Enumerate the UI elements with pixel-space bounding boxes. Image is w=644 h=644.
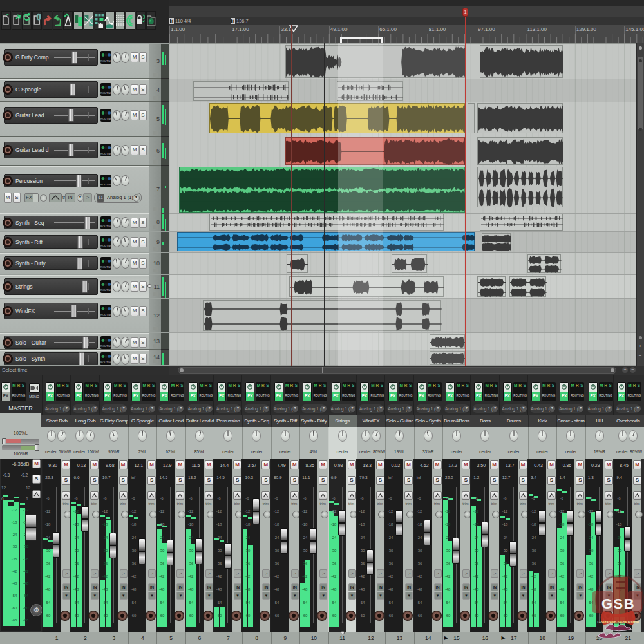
svg-text:-60: -60 [187, 614, 193, 618]
svg-text:-12: -12 [216, 509, 222, 513]
svg-text:-24: -24 [388, 536, 393, 540]
svg-text:-42: -42 [187, 574, 193, 578]
svg-text:-12: -12 [302, 509, 308, 513]
svg-text:-6: -6 [246, 497, 250, 500]
svg-text:-42: -42 [12, 569, 17, 573]
svg-text:-30: -30 [416, 549, 422, 553]
svg-text:-6: -6 [46, 497, 50, 500]
svg-text:-24: -24 [473, 536, 479, 540]
svg-text:-6: -6 [617, 497, 621, 500]
svg-text:-42: -42 [73, 574, 79, 578]
svg-text:-18: -18 [245, 522, 251, 526]
svg-text:-36: -36 [473, 562, 479, 565]
svg-text:-12: -12 [102, 509, 108, 513]
svg-text:-18: -18 [302, 522, 308, 526]
svg-text:-6: -6 [503, 497, 507, 500]
svg-text:-54: -54 [23, 594, 29, 598]
svg-text:-24: -24 [502, 536, 507, 540]
svg-text:-12: -12 [616, 509, 622, 513]
svg-text:-60: -60 [388, 614, 393, 618]
svg-text:-6: -6 [75, 497, 79, 500]
svg-text:-18: -18 [273, 522, 279, 526]
svg-text:-42: -42 [131, 574, 137, 578]
svg-text:i: i [38, 14, 39, 20]
svg-text:-36: -36 [131, 562, 137, 565]
svg-text:-6: -6 [189, 497, 193, 500]
svg-text:-18: -18 [159, 522, 165, 526]
svg-text:-6: -6 [303, 497, 307, 500]
svg-text:-12: -12 [445, 509, 451, 513]
svg-text:-24: -24 [45, 536, 51, 540]
svg-text:-48: -48 [102, 587, 108, 591]
svg-text:-24: -24 [12, 533, 17, 536]
svg-text:-18: -18 [559, 522, 565, 526]
svg-text:-42: -42 [159, 574, 165, 578]
svg-text:-36: -36 [587, 562, 593, 565]
svg-text:-36: -36 [388, 562, 393, 565]
svg-text:-30: -30 [216, 549, 222, 553]
svg-text:-30: -30 [45, 549, 51, 553]
svg-text:-18: -18 [45, 522, 51, 526]
svg-text:-18: -18 [388, 522, 393, 526]
svg-text:-30: -30 [131, 549, 137, 553]
svg-text:-54: -54 [473, 601, 479, 605]
svg-text:-48: -48 [502, 587, 507, 591]
svg-text:-42: -42 [388, 574, 393, 578]
svg-text:-18: -18 [216, 522, 222, 526]
svg-text:-12: -12 [587, 509, 593, 513]
svg-text:*: * [6, 12, 9, 19]
svg-text:-36: -36 [302, 562, 308, 565]
svg-text:-42: -42 [302, 574, 308, 578]
svg-text:-60: -60 [531, 614, 536, 618]
svg-text:-54: -54 [159, 601, 165, 605]
svg-text:-24: -24 [616, 536, 622, 540]
svg-text:-36: -36 [359, 562, 365, 565]
svg-text:-54: -54 [445, 601, 451, 605]
svg-text:-24: -24 [216, 536, 222, 540]
svg-text:-60: -60 [473, 614, 479, 618]
svg-text:-48: -48 [445, 587, 451, 591]
svg-text:-30: -30 [73, 549, 79, 553]
svg-text:-60: -60 [416, 614, 422, 618]
svg-text:-54: -54 [302, 601, 308, 605]
svg-text:-36: -36 [216, 562, 222, 565]
svg-text:-30: -30 [102, 549, 108, 553]
svg-text:-36: -36 [187, 562, 193, 565]
svg-text:-18: -18 [330, 522, 336, 526]
svg-text:-48: -48 [330, 587, 336, 591]
svg-text:-36: -36 [45, 562, 51, 565]
svg-text:-12: -12 [73, 509, 79, 513]
svg-text:-30: -30 [245, 549, 251, 553]
svg-text:-60: -60 [73, 614, 79, 618]
svg-text:-54: -54 [416, 601, 422, 605]
svg-text:-30: -30 [587, 549, 593, 553]
svg-text:-42: -42 [359, 574, 365, 578]
svg-text:-36: -36 [445, 562, 451, 565]
svg-text:-36: -36 [531, 562, 536, 565]
svg-text:-18: -18 [359, 522, 365, 526]
svg-text:-48: -48 [388, 587, 393, 591]
svg-text:-36: -36 [245, 562, 251, 565]
svg-text:-36: -36 [102, 562, 108, 565]
svg-text:-12: -12 [559, 509, 565, 513]
svg-text:-42: -42 [102, 574, 108, 578]
svg-text:-6: -6 [560, 497, 564, 500]
svg-text:-24: -24 [330, 536, 336, 540]
svg-text:-30: -30 [273, 549, 279, 553]
svg-text:-66: -66 [12, 618, 17, 622]
svg-text:-30: -30 [473, 549, 479, 553]
svg-text:-6: -6 [589, 497, 592, 500]
svg-text:*: * [149, 19, 151, 24]
svg-text:-54: -54 [359, 601, 365, 605]
svg-text:-30: -30 [187, 549, 193, 553]
svg-text:-48: -48 [187, 587, 193, 591]
svg-text:-42: -42 [445, 574, 451, 578]
svg-text:-48: -48 [273, 587, 279, 591]
svg-text:-60: -60 [273, 614, 279, 618]
svg-text:-18: -18 [473, 522, 479, 526]
svg-text:-60: -60 [559, 614, 565, 618]
svg-text:-48: -48 [159, 587, 165, 591]
svg-text:-42: -42 [245, 574, 251, 578]
svg-text:-18: -18 [102, 522, 108, 526]
svg-text:-18: -18 [445, 522, 451, 526]
